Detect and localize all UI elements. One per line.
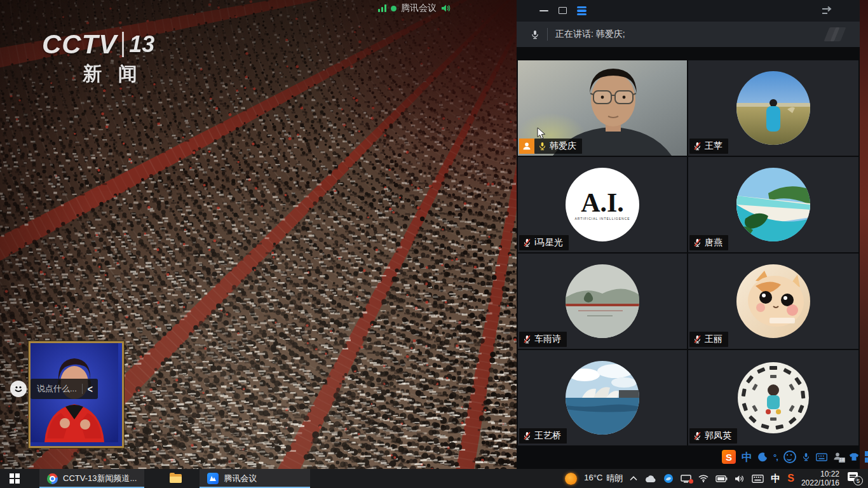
taskbar-clock[interactable]: 10:22 2022/10/16 — [801, 470, 839, 487]
signal-bars-icon — [378, 4, 386, 12]
mic-muted-icon — [693, 238, 702, 248]
clock-time: 10:22 — [820, 470, 839, 478]
participant-name: 唐燕 — [705, 237, 722, 248]
onedrive-cloud-icon[interactable] — [644, 475, 656, 483]
avatar — [736, 264, 810, 338]
desktop: 腾讯会议 CCTV 13 新闻 — [0, 0, 868, 488]
mic-muted-icon — [693, 141, 702, 151]
sogou-logo-icon[interactable]: S — [722, 450, 736, 464]
participant-tile[interactable]: 郭凤英 — [688, 350, 858, 445]
avatar-caption: ARTIFICIAL INTELLIGENCE — [574, 217, 630, 220]
participant-tile[interactable]: 车雨诗 — [518, 254, 687, 349]
windows-logo-icon — [10, 473, 20, 484]
avatar — [566, 264, 639, 338]
speaking-label: 正在讲话: 韩爱庆; — [555, 29, 625, 40]
weather-icon[interactable] — [565, 473, 577, 485]
task-label: CCTV-13新闻频道... — [63, 473, 137, 484]
chat-placeholder[interactable]: 说点什么... — [37, 383, 77, 395]
cctv-caption-text: 新闻 — [83, 61, 154, 87]
host-icon — [519, 139, 534, 154]
mic-active-icon — [538, 141, 546, 151]
participant-name: 郭凤英 — [705, 430, 731, 442]
tencent-meeting-icon — [207, 473, 219, 484]
live-chat-overlay: 说点什么... < — [10, 379, 98, 399]
sogou-tray-icon[interactable]: S — [787, 473, 794, 484]
cctv-brand-text: CCTV — [42, 32, 117, 57]
moon-night-mode-icon[interactable] — [758, 452, 768, 462]
participant-tile[interactable]: 王艺桥 — [518, 350, 687, 445]
mouse-cursor — [537, 127, 547, 140]
participant-name: 王艺桥 — [534, 430, 561, 442]
soft-keyboard-icon[interactable] — [816, 453, 827, 461]
taskbar-task-explorer[interactable] — [162, 469, 189, 488]
participant-tile[interactable]: 韩爱庆 — [518, 60, 687, 156]
mic-icon — [531, 29, 539, 40]
weather-temp: 16°C — [584, 473, 602, 484]
meeting-titlebar — [517, 0, 860, 22]
recording-dot-icon — [391, 6, 397, 11]
display-cast-icon[interactable] — [681, 475, 691, 483]
meeting-watermark-icon — [827, 27, 843, 41]
taskbar-task-meeting[interactable]: 腾讯会议 — [200, 469, 310, 488]
chevron-left-icon[interactable]: < — [88, 383, 93, 395]
wifi-icon[interactable] — [698, 475, 709, 482]
cctv-13-logo: CCTV 13 新闻 — [42, 32, 154, 87]
sogou-ime-toolbar: S 中 °, 18 — [722, 448, 868, 466]
participant-name: i马星光 — [534, 237, 563, 248]
avatar — [736, 168, 810, 241]
ime-indicator[interactable]: 中 — [771, 473, 780, 485]
divider — [547, 28, 548, 41]
start-button[interactable] — [0, 469, 29, 488]
mic-muted-icon — [523, 334, 531, 344]
clock-date: 2022/10/16 — [801, 478, 839, 487]
minimize-icon[interactable] — [539, 10, 548, 11]
mic-muted-icon — [693, 334, 702, 344]
participant-name: 车雨诗 — [534, 334, 561, 345]
exit-fullscreen-icon[interactable] — [822, 6, 834, 15]
taskbar-task-chrome[interactable]: CCTV-13新闻频道... — [39, 469, 144, 488]
ime-mode-chinese[interactable]: 中 — [742, 450, 752, 464]
weather-widget[interactable]: 16°C 晴朗 — [584, 473, 623, 484]
participant-name: 王丽 — [705, 334, 722, 345]
chrome-icon — [47, 473, 58, 484]
participant-tile[interactable]: A.I. ARTIFICIAL INTELLIGENCE i马星光 — [518, 157, 687, 252]
participant-tile[interactable]: 王丽 — [688, 254, 858, 349]
screen-share-indicator: 腾讯会议 — [378, 2, 451, 15]
participant-tile[interactable]: 唐燕 — [688, 157, 858, 252]
punctuation-mode-icon[interactable]: °, — [773, 452, 778, 462]
tray-expand-icon[interactable] — [630, 476, 637, 481]
windows-taskbar: CCTV-13新闻频道... 腾讯会议 16°C 晴朗 — [0, 469, 868, 488]
speaker-icon — [441, 4, 451, 13]
participant-tile[interactable]: 王苹 — [688, 60, 858, 156]
action-center-icon[interactable]: 5 — [846, 471, 863, 485]
notification-count-badge: 5 — [853, 476, 863, 485]
shared-screen-video[interactable]: 腾讯会议 CCTV 13 新闻 — [0, 0, 517, 469]
volume-icon[interactable] — [735, 475, 745, 483]
voice-input-icon[interactable] — [802, 452, 810, 462]
emoji-smiley-icon[interactable] — [10, 381, 27, 397]
layout-view-icon[interactable] — [577, 6, 587, 15]
battery-icon[interactable] — [715, 475, 728, 482]
tray-app-icon[interactable] — [663, 473, 674, 484]
avatar — [736, 71, 810, 145]
weather-condition: 晴朗 — [606, 473, 623, 484]
emoji-picker-icon[interactable] — [783, 451, 796, 463]
avatar-title: A.I. — [581, 189, 624, 217]
mic-muted-icon — [693, 431, 702, 441]
file-explorer-icon — [170, 474, 182, 484]
maximize-icon[interactable] — [559, 7, 567, 14]
account-icon[interactable]: 18 — [833, 452, 843, 462]
account-badge: 18 — [839, 458, 845, 463]
background-video-strip — [860, 0, 868, 469]
chat-input-pill[interactable]: 说点什么... < — [31, 379, 98, 399]
mic-muted-icon — [523, 431, 531, 441]
participant-name: 王苹 — [705, 140, 722, 152]
toolbox-icon[interactable] — [865, 451, 868, 463]
divider — [82, 384, 83, 394]
notification-dot — [689, 479, 693, 484]
tencent-meeting-panel: 正在讲话: 韩爱庆; — [517, 0, 860, 469]
speaking-status-bar: 正在讲话: 韩爱庆; — [517, 22, 860, 47]
participant-name: 韩爱庆 — [550, 140, 576, 152]
touch-keyboard-icon[interactable] — [752, 475, 764, 483]
skin-icon[interactable] — [849, 452, 859, 461]
